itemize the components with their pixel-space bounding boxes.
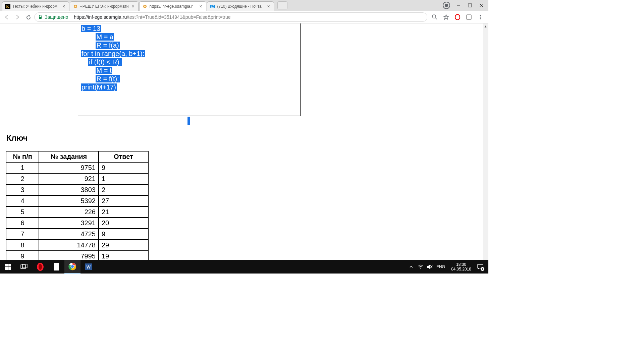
svg-point-15 bbox=[455, 14, 460, 20]
table-row: 9799519 bbox=[6, 251, 148, 260]
svg-point-27 bbox=[39, 264, 42, 270]
page-content: b = 13 M = a R = f(a)for t in range(a, b… bbox=[0, 23, 488, 260]
window-controls bbox=[443, 0, 488, 11]
col-header-index: № п/п bbox=[6, 151, 39, 162]
svg-line-14 bbox=[435, 18, 437, 19]
task-view-button[interactable] bbox=[16, 260, 32, 274]
tab-3[interactable]: @ (710) Входящие - Почта × bbox=[207, 1, 274, 11]
col-header-task: № задания bbox=[39, 151, 99, 162]
code-line: M = a bbox=[81, 33, 298, 41]
notifications-icon[interactable]: 1 bbox=[477, 264, 483, 270]
extension-opera-icon[interactable] bbox=[454, 14, 461, 20]
tab-0[interactable]: K Тесты: Учебник информ × bbox=[2, 1, 69, 11]
table-row: 338032 bbox=[6, 184, 148, 195]
svg-text:K: K bbox=[6, 4, 9, 9]
table-row: 522621 bbox=[6, 206, 148, 218]
wifi-icon[interactable] bbox=[418, 264, 424, 270]
text-cursor bbox=[187, 117, 190, 125]
table-cell: 6 bbox=[6, 218, 39, 229]
show-desktop-button[interactable] bbox=[487, 263, 487, 271]
window-close-icon[interactable] bbox=[478, 2, 484, 8]
scroll-up-arrow-icon[interactable]: ▲ bbox=[483, 23, 488, 29]
maximize-icon[interactable] bbox=[467, 2, 473, 8]
taskbar-opera-icon[interactable] bbox=[32, 260, 48, 274]
new-tab-button[interactable] bbox=[277, 1, 287, 9]
tab-title: Тесты: Учебник информ bbox=[12, 4, 59, 9]
table-cell: 4 bbox=[6, 195, 39, 206]
address-bar[interactable]: Защищено https://inf-ege.sdamgia.ru/test… bbox=[34, 12, 427, 22]
divider bbox=[71, 14, 71, 20]
close-icon[interactable]: × bbox=[266, 4, 271, 9]
minimize-icon[interactable] bbox=[455, 2, 462, 8]
table-row: 29211 bbox=[6, 173, 148, 184]
taskbar-chrome-icon[interactable] bbox=[64, 260, 80, 274]
code-line: print(M+17) bbox=[81, 83, 298, 92]
table-cell: 29 bbox=[99, 240, 148, 251]
table-cell: 19 bbox=[99, 251, 148, 260]
taskbar-file-icon[interactable] bbox=[48, 260, 64, 274]
table-header-row: № п/п № задания Ответ bbox=[6, 151, 148, 162]
svg-point-17 bbox=[480, 15, 481, 16]
svg-rect-21 bbox=[8, 264, 11, 266]
table-cell: 14778 bbox=[39, 240, 99, 251]
code-line: b = 13 bbox=[81, 24, 298, 33]
close-icon[interactable]: × bbox=[61, 4, 66, 9]
tab-2[interactable]: https://inf-ege.sdamgia.r × bbox=[139, 1, 206, 11]
table-cell: 7 bbox=[6, 229, 39, 240]
tray-chevron-icon[interactable] bbox=[408, 264, 414, 270]
answer-key-table: № п/п № задания Ответ 197519292113380324… bbox=[6, 151, 149, 260]
code-block-frame: b = 13 M = a R = f(a)for t in range(a, b… bbox=[78, 23, 301, 116]
tab-title: https://inf-ege.sdamgia.r bbox=[150, 4, 197, 9]
table-cell: 5 bbox=[6, 206, 39, 218]
svg-rect-28 bbox=[54, 263, 59, 270]
svg-point-18 bbox=[480, 16, 481, 17]
svg-rect-16 bbox=[467, 15, 471, 19]
menu-icon[interactable] bbox=[477, 14, 484, 20]
table-row: 747259 bbox=[6, 229, 148, 240]
toolbar-right bbox=[429, 14, 486, 20]
table-cell: 5392 bbox=[39, 195, 99, 206]
close-icon[interactable]: × bbox=[199, 4, 203, 9]
tab-1[interactable]: «РЕШУ ЕГЭ»: информати × bbox=[70, 1, 139, 11]
profile-icon[interactable] bbox=[443, 2, 450, 9]
volume-muted-icon[interactable] bbox=[427, 264, 433, 270]
vertical-scrollbar[interactable] bbox=[483, 23, 488, 260]
bookmark-star-icon[interactable] bbox=[443, 14, 449, 20]
table-cell: 226 bbox=[39, 206, 99, 218]
forward-button[interactable] bbox=[13, 12, 22, 22]
col-header-answer: Ответ bbox=[99, 151, 148, 162]
svg-text:@: @ bbox=[211, 5, 214, 8]
table-cell: 1 bbox=[99, 173, 148, 184]
svg-text:W: W bbox=[87, 264, 91, 269]
svg-rect-20 bbox=[5, 264, 8, 266]
tab-title: (710) Входящие - Почта bbox=[217, 4, 264, 9]
tray-clock[interactable]: 18:30 04.05.2018 bbox=[448, 262, 474, 272]
table-row: 197519 bbox=[6, 162, 148, 173]
key-heading: Ключ bbox=[6, 133, 28, 143]
table-row: 4539227 bbox=[6, 195, 148, 206]
table-cell: 7995 bbox=[39, 251, 99, 260]
zoom-icon[interactable] bbox=[431, 14, 438, 20]
table-cell: 20 bbox=[99, 218, 148, 229]
table-row: 6329120 bbox=[6, 218, 148, 229]
table-cell: 4725 bbox=[39, 229, 99, 240]
tab-title: «РЕШУ ЕГЭ»: информати bbox=[80, 4, 129, 9]
taskbar-word-icon[interactable]: W bbox=[80, 260, 97, 274]
close-icon[interactable]: × bbox=[131, 4, 136, 9]
lock-icon bbox=[38, 15, 43, 19]
code-line: R = f(t); bbox=[81, 75, 298, 83]
svg-rect-23 bbox=[8, 267, 11, 270]
code-line: R = f(a) bbox=[81, 41, 298, 50]
url-text: https://inf-ege.sdamgia.ru/test?nt=True&… bbox=[74, 14, 230, 20]
windows-taskbar: W ENG 18:30 04.05.2018 1 bbox=[0, 260, 488, 274]
table-cell: 9 bbox=[6, 251, 39, 260]
code-line: for t in range(a, b+1): bbox=[81, 50, 298, 58]
extension-box-icon[interactable] bbox=[466, 14, 472, 20]
start-button[interactable] bbox=[0, 260, 16, 274]
tray-language[interactable]: ENG bbox=[436, 264, 445, 269]
reload-button[interactable] bbox=[23, 12, 33, 22]
tray-time: 18:30 bbox=[451, 262, 471, 267]
table-cell: 21 bbox=[99, 206, 148, 218]
table-cell: 3803 bbox=[39, 184, 99, 195]
back-button[interactable] bbox=[2, 12, 11, 22]
